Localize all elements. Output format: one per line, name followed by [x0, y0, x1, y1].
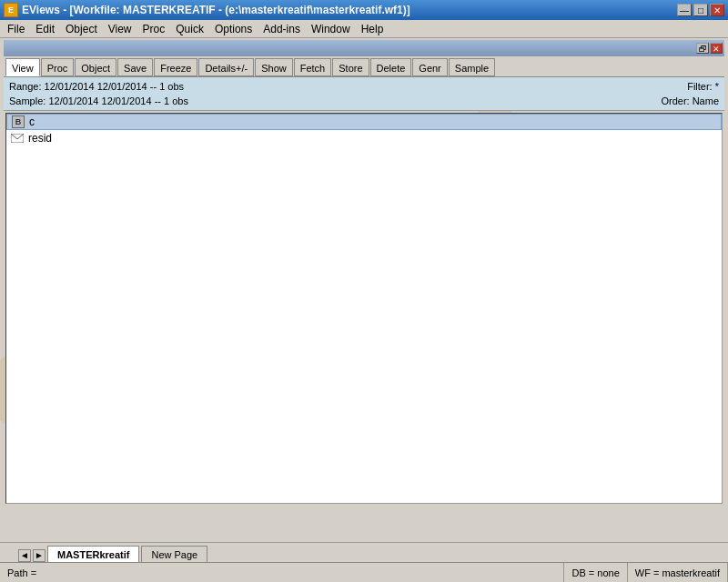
- toolbar-btn-show[interactable]: Show: [255, 58, 293, 76]
- title-bar-controls[interactable]: — □ ✕: [677, 4, 724, 16]
- toolbar-btn-object[interactable]: Object: [75, 58, 116, 76]
- toolbar-btn-genr[interactable]: Genr: [412, 58, 447, 76]
- tab-new-page[interactable]: New Page: [141, 546, 207, 562]
- inner-close-button[interactable]: ✕: [710, 43, 723, 54]
- order-value: Name: [693, 95, 719, 106]
- workfile-list[interactable]: B c resid: [5, 113, 723, 504]
- range-row: Range: 12/01/2014 12/01/2014 -- 1 obs: [9, 79, 719, 94]
- b-icon: B: [11, 115, 25, 129]
- menu-item-edit[interactable]: Edit: [30, 21, 60, 37]
- sample-value: 12/01/2014 12/01/2014 -- 1 obs: [48, 95, 188, 106]
- path-label: Path =: [7, 567, 36, 578]
- db-value: DB = none: [571, 567, 619, 578]
- inner-restore-button[interactable]: 🗗: [696, 43, 709, 54]
- minimize-button[interactable]: —: [677, 4, 692, 16]
- toolbar-btn-delete[interactable]: Delete: [370, 58, 412, 76]
- title-bar: E EViews - [Workfile: MASTERKREATIF - (e…: [0, 0, 728, 20]
- range-label: Range:: [9, 81, 45, 92]
- menu-item-file[interactable]: File: [2, 21, 30, 37]
- info-area: Filter: * Order: Name Range: 12/01/2014 …: [4, 77, 724, 111]
- sample-row: Sample: 12/01/2014 12/01/2014 -- 1 obs: [9, 94, 719, 108]
- list-item[interactable]: resid: [6, 130, 722, 146]
- menu-bar: FileEditObjectViewProcQuickOptionsAdd-in…: [0, 20, 728, 38]
- envelope-icon: [10, 131, 25, 146]
- sample-label: Sample:: [9, 95, 48, 106]
- menu-item-add-ins[interactable]: Add-ins: [258, 21, 306, 37]
- menu-item-window[interactable]: Window: [306, 21, 356, 37]
- wf-value: WF = masterkreatif: [635, 567, 720, 578]
- inner-title-bar: 🗗 ✕: [4, 40, 724, 56]
- toolbar-btn-fetch[interactable]: Fetch: [294, 58, 332, 76]
- toolbar-btn-proc[interactable]: Proc: [41, 58, 75, 76]
- maximize-button[interactable]: □: [693, 4, 708, 16]
- list-item[interactable]: B c: [6, 114, 722, 130]
- tab-bar: ◄ ► MASTERkreatif New Page: [0, 542, 728, 562]
- tab-prev-button[interactable]: ◄: [18, 549, 31, 562]
- toolbar-btn-save[interactable]: Save: [117, 58, 153, 76]
- wf-segment: WF = masterkreatif: [628, 563, 728, 582]
- menu-item-options[interactable]: Options: [209, 21, 258, 37]
- menu-item-view[interactable]: View: [103, 21, 137, 37]
- title-bar-left: E EViews - [Workfile: MASTERKREATIF - (e…: [4, 3, 410, 17]
- path-segment: Path =: [0, 563, 564, 582]
- menu-item-object[interactable]: Object: [60, 21, 103, 37]
- workfile-window: 🗗 ✕ ViewProcObjectSaveFreezeDetails+/-Sh…: [0, 40, 728, 504]
- window-title: EViews - [Workfile: MASTERKREATIF - (e:\…: [22, 4, 410, 16]
- toolbar-btn-store[interactable]: Store: [332, 58, 369, 76]
- item-name-resid: resid: [28, 132, 52, 145]
- filter-label: Filter:: [687, 81, 715, 92]
- order-label: Order:: [661, 95, 692, 106]
- filter-order: Filter: * Order: Name: [661, 79, 719, 108]
- toolbar-btn-freeze[interactable]: Freeze: [154, 58, 197, 76]
- toolbar: ViewProcObjectSaveFreezeDetails+/-ShowFe…: [4, 56, 724, 77]
- toolbar-btn-details[interactable]: Details+/-: [198, 58, 254, 76]
- close-button[interactable]: ✕: [710, 4, 724, 16]
- range-value: 12/01/2014 12/01/2014 -- 1 obs: [45, 81, 185, 92]
- item-name-c: c: [29, 115, 35, 128]
- eviews-app-icon: E: [4, 3, 18, 17]
- status-bar: Path = DB = none WF = masterkreatif: [0, 562, 728, 582]
- menu-item-proc[interactable]: Proc: [137, 21, 171, 37]
- db-segment: DB = none: [564, 563, 627, 582]
- toolbar-btn-view[interactable]: View: [5, 58, 40, 76]
- filter-value: *: [715, 81, 719, 92]
- tab-next-button[interactable]: ►: [33, 549, 46, 562]
- tab-masterkreatif[interactable]: MASTERkreatif: [47, 546, 139, 562]
- menu-item-help[interactable]: Help: [356, 21, 389, 37]
- menu-item-quick[interactable]: Quick: [170, 21, 209, 37]
- toolbar-btn-sample[interactable]: Sample: [449, 58, 495, 76]
